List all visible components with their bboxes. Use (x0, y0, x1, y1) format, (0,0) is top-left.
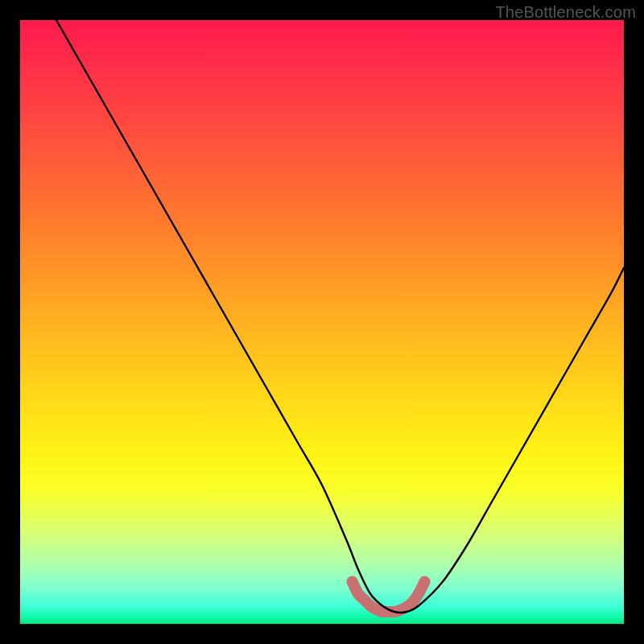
chart-svg (20, 20, 624, 624)
plot-area (20, 20, 624, 624)
optimal-band-path (353, 582, 425, 613)
chart-frame: TheBottleneck.com (0, 0, 644, 644)
bottleneck-curve-path (56, 20, 624, 613)
watermark-text: TheBottleneck.com (495, 3, 636, 22)
